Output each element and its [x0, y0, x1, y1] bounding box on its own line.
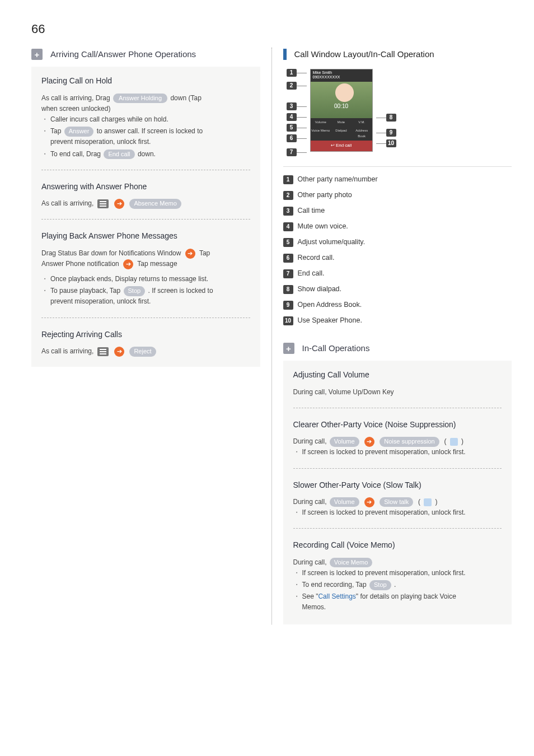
legend-text: Other party name/number: [298, 175, 378, 183]
volume-button[interactable]: Volume: [311, 120, 331, 125]
body-text: Tap: [50, 127, 63, 135]
subheading: Adjusting Call Volume: [293, 368, 502, 381]
legend-text: Adjust volume/quality.: [298, 238, 366, 246]
legend-text: Use Speaker Phone.: [298, 316, 362, 324]
dialpad-button[interactable]: Dialpad: [331, 128, 352, 139]
answer-holding-button[interactable]: Answer Holding: [113, 94, 167, 103]
callout-2: 2: [287, 82, 297, 90]
callout-6: 6: [287, 134, 297, 142]
page-number: 66: [31, 19, 512, 39]
subheading: Playing Back Answer Phone Messages: [41, 230, 250, 242]
accent-bar-icon: [283, 49, 287, 60]
subheading: Rejecting Arriving Calls: [41, 328, 250, 340]
callout-1: 1: [287, 69, 297, 77]
body-text: During call,: [293, 437, 329, 445]
body-text: To end call, Drag: [50, 150, 102, 158]
section-header: + In-Call Operations: [283, 342, 512, 355]
callout-10: 10: [386, 139, 396, 147]
legend-num-8: 8: [283, 285, 293, 294]
slow-talk-button[interactable]: Slow talk: [380, 497, 413, 507]
checkbox-icon[interactable]: [450, 438, 458, 446]
addressbook-button[interactable]: Address Book: [352, 128, 372, 139]
body-text: down.: [138, 150, 156, 158]
body-text: prevent misoperation, unlock first.: [50, 138, 151, 146]
body-text: If screen is locked to prevent misoperat…: [302, 568, 466, 578]
callout-5: 5: [287, 124, 297, 132]
legend-text: Mute own voice.: [298, 222, 348, 230]
voice-memo-button[interactable]: Voice Memo: [330, 558, 373, 567]
arrow-right-icon: ➔: [364, 497, 374, 507]
body-text: During call,: [293, 558, 329, 566]
arrow-right-icon: ➔: [114, 199, 124, 209]
legend-num-10: 10: [283, 316, 293, 325]
subheading: Recording Call (Voice Memo): [293, 539, 502, 551]
legend-num-6: 6: [283, 254, 293, 263]
vm-button[interactable]: V.M.: [352, 120, 372, 125]
body-text: Caller incurs call charges while on hold…: [50, 114, 168, 125]
checkbox-icon[interactable]: [424, 498, 432, 506]
call-screen-mock: Mike Smith 090XXXXXXXX 00:10 Volume Mute…: [310, 69, 373, 152]
caller-photo: [311, 82, 372, 118]
legend-num-4: 4: [283, 222, 293, 231]
reject-button[interactable]: Reject: [129, 347, 156, 356]
mute-button[interactable]: Mute: [331, 120, 352, 125]
callout-4: 4: [287, 113, 297, 121]
body-text: Drag Status Bar down for Notifications W…: [41, 249, 183, 257]
stop-button[interactable]: Stop: [124, 286, 146, 296]
stop-button[interactable]: Stop: [369, 580, 391, 590]
body-text: See ": [302, 592, 318, 600]
caller-name: Mike Smith: [313, 71, 370, 75]
legend-text: Open Address Book.: [298, 301, 362, 309]
absence-memo-button[interactable]: Absence Memo: [129, 199, 181, 208]
volume-button[interactable]: Volume: [330, 497, 359, 507]
body-text: Once playback ends, Display returns to m…: [50, 274, 208, 284]
legend-list: 1Other party name/number 2Other party ph…: [283, 166, 512, 326]
legend-text: Show dialpad.: [298, 285, 342, 293]
body-text: As call is arriving,: [41, 347, 96, 355]
menu-icon[interactable]: [97, 199, 109, 208]
legend-text: End call.: [298, 269, 325, 277]
section-title: In-Call Operations: [302, 342, 370, 355]
body-text: Tap message: [137, 260, 177, 268]
legend-text: Record call.: [298, 254, 335, 262]
body-text: Tap: [199, 249, 210, 257]
body-text: to answer call. If screen is locked to: [97, 127, 203, 135]
body-text: If screen is locked to prevent misoperat…: [302, 507, 466, 518]
volume-button[interactable]: Volume: [330, 437, 359, 446]
callout-7: 7: [287, 148, 297, 156]
body-text: " for details on playing back Voice: [356, 592, 456, 600]
plus-icon: +: [31, 49, 43, 60]
body-text: when screen unlocked): [41, 104, 250, 114]
call-timer: 00:10: [311, 102, 372, 111]
callout-9: 9: [386, 129, 396, 137]
body-text: During call, Volume Up/Down Key: [293, 387, 502, 398]
caller-number: 090XXXXXXXX: [313, 75, 370, 80]
legend-num-5: 5: [283, 238, 293, 247]
body-text: down (Tap: [170, 94, 201, 102]
instruction-block: Placing Call on Hold As call is arriving…: [31, 67, 260, 367]
section-title: Call Window Layout/In-Call Operation: [294, 48, 434, 61]
noise-suppression-button[interactable]: Noise suppression: [380, 437, 439, 446]
legend-num-2: 2: [283, 191, 293, 200]
end-call-button[interactable]: End call: [104, 150, 134, 159]
answer-button[interactable]: Answer: [64, 127, 94, 136]
legend-text: Other party photo: [298, 191, 352, 199]
body-text: .: [394, 581, 396, 589]
subheading: Answering with Answer Phone: [41, 180, 250, 193]
body-text: Answer Phone notification: [41, 260, 121, 268]
section-header: + Arriving Call/Answer Phone Operations: [31, 48, 260, 61]
legend-num-9: 9: [283, 301, 293, 310]
right-column: Call Window Layout/In-Call Operation 1 2…: [271, 48, 512, 624]
section-header: Call Window Layout/In-Call Operation: [283, 48, 512, 61]
legend-num-7: 7: [283, 269, 293, 278]
menu-icon[interactable]: [97, 347, 109, 356]
body-text: During call,: [293, 498, 329, 506]
subheading: Clearer Other-Party Voice (Noise Suppres…: [293, 418, 502, 431]
voicememo-button[interactable]: Voice Memo: [311, 128, 331, 139]
end-call-bar[interactable]: ↩ End call: [311, 141, 372, 151]
body-text: . If screen is locked to: [148, 287, 213, 295]
legend-num-1: 1: [283, 175, 293, 184]
callout-8: 8: [386, 114, 396, 122]
annotated-screenshot: 1 2 3 4 5 6 7 Mike Smith 090XXXXXXXX 00:…: [287, 69, 512, 156]
call-settings-link[interactable]: Call Settings: [318, 592, 355, 600]
